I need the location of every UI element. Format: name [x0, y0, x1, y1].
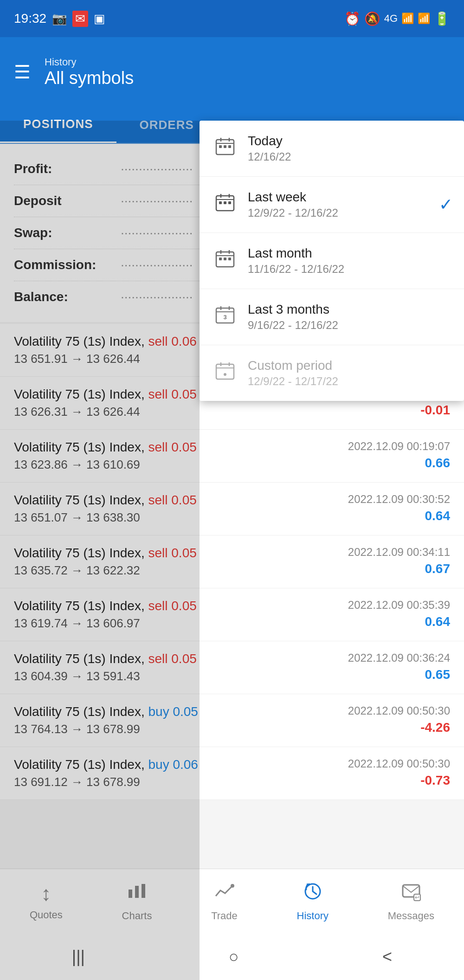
dropdown-text: Custom period 12/9/22 - 12/17/22: [248, 358, 338, 388]
menu-icon[interactable]: ☰: [14, 61, 31, 83]
svg-rect-26: [216, 364, 234, 379]
nav-messages[interactable]: ↩ Messages: [388, 881, 434, 922]
trade-right: 2022.12.09 00:50:30 -4.26: [348, 704, 450, 735]
trade-datetime: 2022.12.09 00:19:07: [348, 440, 450, 453]
messages-label: Messages: [388, 910, 434, 922]
dropdown-text: Last month 11/16/22 - 12/16/22: [248, 246, 344, 276]
trade-profit: 0.66: [348, 456, 450, 471]
svg-rect-19: [224, 258, 226, 260]
trade-datetime: 2022.12.09 00:50:30: [348, 757, 450, 770]
dropdown-date: 11/16/22 - 12/16/22: [248, 263, 344, 276]
network-icon: 4G: [384, 13, 398, 25]
trade-right: 2022.12.09 00:50:30 -0.73: [348, 757, 450, 788]
calendar-week-icon: [213, 193, 237, 217]
trade-datetime: 2022.12.09 00:50:30: [348, 704, 450, 717]
history-label: History: [297, 910, 329, 922]
trade-profit: -0.73: [348, 773, 450, 788]
svg-rect-6: [228, 145, 231, 148]
trade-datetime: 2022.12.09 00:30:52: [348, 493, 450, 506]
trade-datetime: 2022.12.09 00:35:39: [348, 599, 450, 612]
dropdown-label: Today: [248, 134, 291, 148]
status-bar: 19:32 📷 ✉ ▣ ⏰ 🔕 4G 📶 📶 🔋: [0, 0, 464, 37]
trade-profit: 0.67: [348, 561, 450, 576]
nav-trade[interactable]: Trade: [211, 881, 238, 922]
dropdown-date: 12/9/22 - 12/16/22: [248, 206, 338, 219]
header: ☰ History All symbols: [0, 37, 464, 107]
dropdown-item-custom-period[interactable]: Custom period 12/9/22 - 12/17/22: [200, 345, 464, 401]
system-home-btn[interactable]: ○: [229, 947, 239, 967]
nav-history[interactable]: History: [297, 881, 329, 922]
dropdown-item-last-week[interactable]: Last week 12/9/22 - 12/16/22 ✓: [200, 177, 464, 233]
trade-profit: -0.01: [348, 403, 450, 418]
system-back-btn[interactable]: <: [382, 947, 392, 967]
dropdown-item-today[interactable]: Today 12/16/22: [200, 121, 464, 177]
period-dropdown: Today 12/16/22 Last week 12/9/22 - 12/16…: [200, 121, 464, 401]
trade-right: 2022.12.09 00:34:11 0.67: [348, 546, 450, 576]
svg-rect-13: [228, 201, 231, 204]
header-title: All symbols: [45, 68, 134, 88]
calendar-month-icon: [213, 249, 237, 273]
storage-icon: ▣: [94, 12, 105, 26]
history-icon: [303, 881, 323, 906]
header-title-block: History All symbols: [45, 56, 134, 88]
battery-icon: 🔋: [434, 11, 450, 26]
trade-datetime: 2022.12.09 00:34:11: [348, 546, 450, 559]
trade-profit: 0.64: [348, 509, 450, 523]
svg-point-30: [224, 373, 226, 376]
trade-right: 2022.12.09 00:19:07 0.66: [348, 440, 450, 471]
status-time: 19:32: [14, 11, 46, 26]
dropdown-label: Last month: [248, 246, 344, 261]
svg-point-34: [231, 884, 234, 888]
dropdown-item-last-3-months[interactable]: 3 Last 3 months 9/16/22 - 12/16/22: [200, 289, 464, 345]
calendar-3-icon: 3: [213, 305, 237, 329]
dropdown-item-last-month[interactable]: Last month 11/16/22 - 12/16/22: [200, 233, 464, 289]
svg-rect-18: [219, 258, 222, 260]
checkmark-icon: ✓: [439, 195, 453, 214]
dropdown-dim-overlay: [0, 121, 200, 980]
dropdown-label: Custom period: [248, 358, 338, 373]
dropdown-text: Today 12/16/22: [248, 134, 291, 163]
trade-label: Trade: [211, 910, 238, 922]
signal2-icon: 📶: [418, 13, 430, 25]
trade-profit: -4.26: [348, 720, 450, 735]
dropdown-text: Last 3 months 9/16/22 - 12/16/22: [248, 302, 338, 332]
trade-datetime: 2022.12.09 00:36:24: [348, 651, 450, 664]
svg-rect-5: [224, 145, 226, 148]
signal1-icon: 📶: [401, 13, 414, 25]
alarm-icon: ⏰: [344, 11, 361, 26]
svg-rect-11: [219, 201, 222, 204]
status-right: ⏰ 🔕 4G 📶 📶 🔋: [344, 11, 450, 26]
dropdown-label: Last 3 months: [248, 302, 338, 317]
trade-right: 2022.12.09 00:30:52 0.64: [348, 493, 450, 523]
svg-text:↩: ↩: [415, 894, 419, 901]
camera-icon: 📷: [52, 12, 67, 26]
svg-rect-20: [228, 258, 231, 260]
mute-icon: 🔕: [364, 11, 380, 26]
trade-icon: [214, 881, 234, 906]
status-left: 19:32 📷 ✉ ▣: [14, 11, 105, 27]
dropdown-text: Last week 12/9/22 - 12/16/22: [248, 190, 338, 219]
calendar-today-icon: [213, 137, 237, 161]
dropdown-date: 12/16/22: [248, 150, 291, 163]
header-subtitle: History: [45, 56, 134, 68]
trade-profit: 0.65: [348, 667, 450, 682]
trade-right: 2022.12.09 00:36:24 0.65: [348, 651, 450, 682]
dropdown-date: 12/9/22 - 12/17/22: [248, 375, 338, 388]
messages-icon: ↩: [401, 881, 421, 906]
dropdown-date: 9/16/22 - 12/16/22: [248, 319, 338, 332]
svg-rect-4: [219, 145, 222, 148]
svg-text:3: 3: [223, 314, 226, 321]
trade-profit: 0.64: [348, 614, 450, 629]
trade-right: 2022.12.09 00:35:39 0.64: [348, 599, 450, 629]
calendar-custom-icon: [213, 361, 237, 385]
mail-icon: ✉: [72, 11, 88, 27]
dropdown-label: Last week: [248, 190, 338, 205]
svg-rect-12: [224, 201, 226, 204]
